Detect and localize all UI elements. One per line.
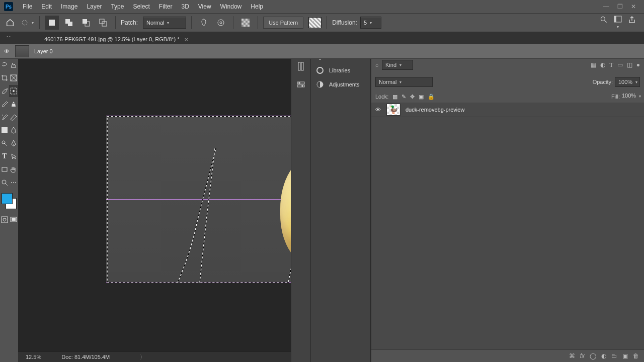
menu-select[interactable]: Select [128,1,154,12]
menu-window[interactable]: Window [216,1,247,12]
history-brush-tool[interactable] [0,111,9,123]
workspace-icon[interactable] [614,16,622,30]
brush-tool[interactable] [0,98,9,110]
filter-adjust-icon[interactable]: ◐ [600,61,605,69]
filter-smart-icon[interactable]: ◫ [627,61,632,69]
zoom-tool[interactable] [0,176,9,189]
panel-menu-icon[interactable]: ≡ [632,49,644,56]
link-layers-icon[interactable]: ⌘ [569,352,575,359]
foreground-color[interactable] [2,193,13,204]
type-tool[interactable]: T [0,150,9,162]
quickmask-icon[interactable] [0,214,9,226]
source-icon[interactable] [197,16,211,30]
frame-tool[interactable] [9,72,18,84]
color-swatch[interactable] [1,192,18,210]
tab-paths[interactable]: Paths [432,45,456,56]
blend-mode-dropdown[interactable]: Normal [375,77,433,87]
history-panel-icon[interactable] [296,62,305,71]
more-tools-icon[interactable]: ⋯ [9,176,18,189]
opacity-field[interactable]: 100% [615,77,640,87]
lasso-tool[interactable] [0,59,9,71]
gradient-tool[interactable] [0,124,9,136]
new-layer-icon[interactable]: ▣ [622,352,628,359]
hand-tool[interactable] [9,163,18,175]
crop-tool[interactable] [0,72,9,84]
rectangle-tool[interactable] [0,163,9,175]
layer-row-0[interactable]: 👁 🦆 duck-removebg-preview [371,103,644,117]
transparent-icon[interactable] [238,16,253,30]
search-small-icon[interactable]: ⌕ [375,62,379,68]
tool-preset-icon[interactable] [20,16,34,30]
lock-pixel-icon[interactable]: ✎ [401,94,406,100]
clone-tool[interactable] [9,98,18,110]
menu-edit[interactable]: Edit [37,1,56,12]
guide-top[interactable] [106,116,291,116]
pen-tool[interactable] [9,137,18,149]
blur-tool[interactable] [9,124,18,136]
screenmode-icon[interactable] [9,214,18,226]
layer-fx-icon[interactable]: fx [580,352,585,359]
maximize-icon[interactable]: ❐ [617,3,623,10]
properties-panel-icon[interactable] [296,80,305,89]
lock-all-icon[interactable]: 🔒 [428,94,435,100]
move-tool[interactable] [0,46,9,58]
menu-image[interactable]: Image [56,1,82,12]
new-selection-icon[interactable] [45,16,59,30]
document-canvas[interactable] [106,116,291,283]
learn-panel[interactable]: Learn [311,49,370,63]
menu-layer[interactable]: Layer [82,1,106,12]
close-icon[interactable]: ✕ [631,3,636,10]
filter-shape-icon[interactable]: ▭ [617,61,623,69]
close-tab-icon[interactable]: × [185,36,189,43]
minimize-icon[interactable]: — [603,3,609,10]
layer-thumb-0[interactable]: 🦆 [386,104,400,116]
tab-channels[interactable]: Channels [398,45,431,56]
subtract-selection-icon[interactable] [79,16,93,30]
eraser-tool[interactable] [9,111,18,123]
eyedropper-tool[interactable] [0,85,9,97]
use-pattern-button[interactable]: Use Pattern [263,17,303,29]
delete-layer-icon[interactable]: 🗑 [633,352,639,359]
guide-bottom[interactable] [106,282,291,283]
status-caret-icon[interactable]: 〉 [140,353,145,361]
adjustments-panel[interactable]: Adjustments [311,77,370,92]
patch-mode-dropdown[interactable]: Normal [143,17,186,29]
share-icon[interactable] [628,16,636,30]
add-selection-icon[interactable] [62,16,76,30]
marquee-tool[interactable] [9,46,18,58]
adjustment-layer-icon[interactable]: ◐ [601,352,606,359]
document-tab[interactable]: 460176-PFK6GT-491.jpg @ 12.5% (Layer 0, … [39,33,193,45]
menu-3d[interactable]: 3D [177,1,193,12]
pattern-swatch[interactable] [308,17,321,28]
quick-select-tool[interactable] [9,59,18,71]
filter-type-icon[interactable]: T [609,61,613,69]
guide-middle[interactable] [106,199,291,200]
lock-transparent-icon[interactable]: ▩ [392,94,397,100]
filter-kind-dropdown[interactable]: Kind [382,60,413,70]
fill-field[interactable]: 100% [622,93,640,101]
status-zoom[interactable]: 12.5% [26,354,41,360]
menu-help[interactable]: Help [246,1,268,12]
lock-artboard-icon[interactable]: ▣ [419,94,424,100]
tab-layers[interactable]: Layers [371,45,398,56]
intersect-selection-icon[interactable] [96,16,110,30]
libraries-panel[interactable]: Libraries [311,63,370,77]
filter-toggle-icon[interactable]: ● [636,61,640,69]
menu-file[interactable]: File [18,1,37,12]
visibility-toggle-0[interactable]: 👁 [371,107,384,113]
filter-pixel-icon[interactable]: ▦ [591,61,596,69]
group-icon[interactable]: 🗀 [611,352,617,359]
destination-icon[interactable] [214,16,228,30]
canvas-area[interactable]: 12.5% Doc: 81.4M/105.4M 〉 [18,44,291,362]
dodge-tool[interactable] [0,137,9,149]
diffusion-field[interactable]: 5 [360,17,381,29]
menu-view[interactable]: View [194,1,216,12]
layer-mask-icon[interactable]: ◯ [590,352,596,359]
layer-name-0[interactable]: duck-removebg-preview [406,107,464,113]
healing-tool[interactable] [9,85,18,97]
path-select-tool[interactable] [9,150,18,162]
search-icon[interactable] [600,16,608,30]
lock-position-icon[interactable]: ✥ [410,94,415,100]
menu-filter[interactable]: Filter [154,1,177,12]
home-icon[interactable] [3,16,17,30]
